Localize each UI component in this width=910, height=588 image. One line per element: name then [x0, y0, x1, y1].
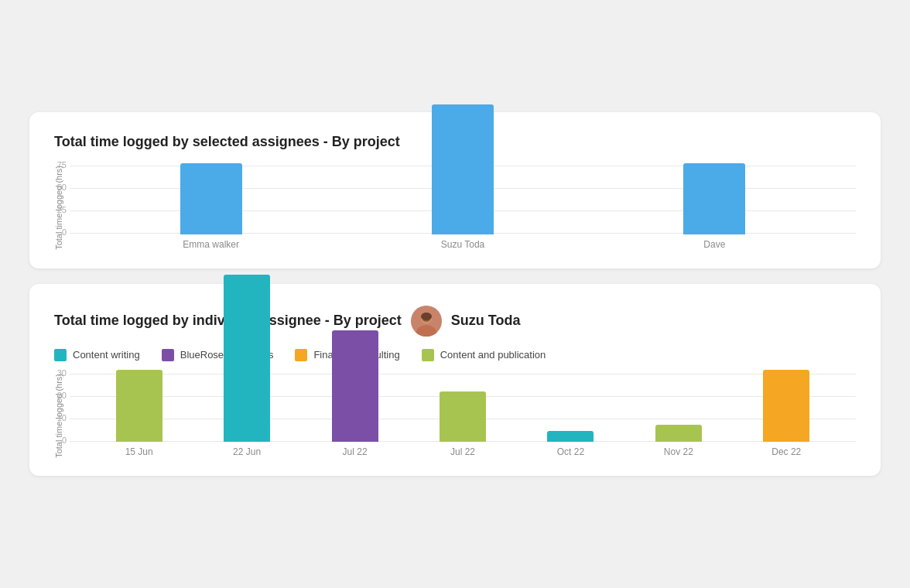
legend-item-3: Content and publication — [422, 349, 546, 361]
legend-item-0: Content writing — [54, 349, 140, 361]
bottom-title-row: Total time logged by individual assignee… — [54, 306, 856, 337]
grid-label-50: 50 — [45, 183, 67, 192]
bottom-x-label-0: 15 Jun — [85, 446, 193, 457]
bottom-bar-5 — [655, 425, 702, 442]
bottom-x-label-3: Jul 22 — [409, 446, 516, 457]
grid-label-b0: 0 — [45, 436, 67, 445]
bottom-chart-inner: 30 20 10 0 — [70, 374, 856, 458]
top-x-label-0: Emma walker — [85, 239, 337, 250]
bottom-x-label-2: Jul 22 — [301, 446, 409, 457]
bottom-bar-6 — [763, 370, 809, 442]
bottom-chart-area: Total time logged (hrs) 30 20 10 — [54, 374, 856, 458]
grid-label-0: 0 — [45, 227, 67, 237]
top-bar-group-2 — [589, 163, 840, 234]
legend-label-0: Content writing — [73, 349, 140, 361]
grid-label-75: 75 — [45, 160, 67, 169]
top-bar-group-0 — [85, 163, 337, 234]
top-bar-group-1 — [337, 104, 588, 234]
bottom-bar-group-1 — [193, 275, 300, 442]
legend-label-3: Content and publication — [440, 349, 546, 361]
assignee-name: Suzu Toda — [451, 313, 521, 329]
grid-label-20: 20 — [45, 391, 67, 400]
bottom-bar-4 — [547, 431, 594, 442]
top-chart-area: Total time logged (hrs) 75 50 25 — [54, 166, 856, 250]
top-bar-2 — [683, 163, 745, 234]
bottom-bar-group-4 — [517, 431, 624, 442]
legend-color-1 — [162, 349, 174, 361]
bottom-x-label-6: Dec 22 — [733, 446, 840, 457]
top-grid-bars: 75 50 25 0 — [70, 166, 856, 234]
bottom-bar-group-3 — [409, 391, 516, 442]
legend-color-3 — [422, 349, 434, 361]
page-wrapper: Total time logged by selected assignees … — [29, 112, 881, 477]
top-x-label-2: Dave — [589, 239, 840, 250]
bottom-x-label-5: Nov 22 — [624, 446, 732, 457]
top-chart-card: Total time logged by selected assignees … — [29, 112, 881, 268]
bottom-bars-row — [70, 374, 856, 443]
bottom-grid-bars: 30 20 10 0 — [70, 374, 856, 443]
bottom-bar-1 — [224, 275, 270, 442]
top-x-label-1: Suzu Toda — [337, 239, 588, 250]
bottom-bar-2 — [332, 330, 378, 442]
grid-label-10: 10 — [45, 413, 67, 422]
bottom-bar-group-5 — [624, 425, 732, 442]
bottom-bar-group-0 — [85, 370, 193, 442]
top-chart-inner: 75 50 25 0 — [70, 166, 856, 250]
bottom-x-label-4: Oct 22 — [517, 446, 624, 457]
svg-point-4 — [421, 313, 432, 320]
grid-label-25: 25 — [45, 205, 67, 214]
top-x-labels: Emma walkerSuzu TodaDave — [70, 239, 856, 250]
bottom-bar-group-6 — [733, 370, 840, 442]
bottom-bar-0 — [116, 370, 162, 442]
top-bars-row — [70, 166, 856, 234]
legend-color-0 — [54, 349, 67, 361]
grid-label-30: 30 — [45, 368, 67, 378]
top-bar-0 — [180, 163, 242, 234]
avatar — [411, 306, 442, 337]
top-bar-1 — [432, 104, 494, 234]
bottom-bar-3 — [440, 391, 486, 442]
legend: Content writingBlueRose PublishersFinanc… — [54, 349, 856, 361]
bottom-x-label-1: 22 Jun — [193, 446, 300, 457]
bottom-x-labels: 15 Jun22 JunJul 22Jul 22Oct 22Nov 22Dec … — [70, 446, 856, 457]
bottom-bar-group-2 — [301, 330, 409, 442]
bottom-chart-card: Total time logged by individual assignee… — [29, 284, 881, 477]
